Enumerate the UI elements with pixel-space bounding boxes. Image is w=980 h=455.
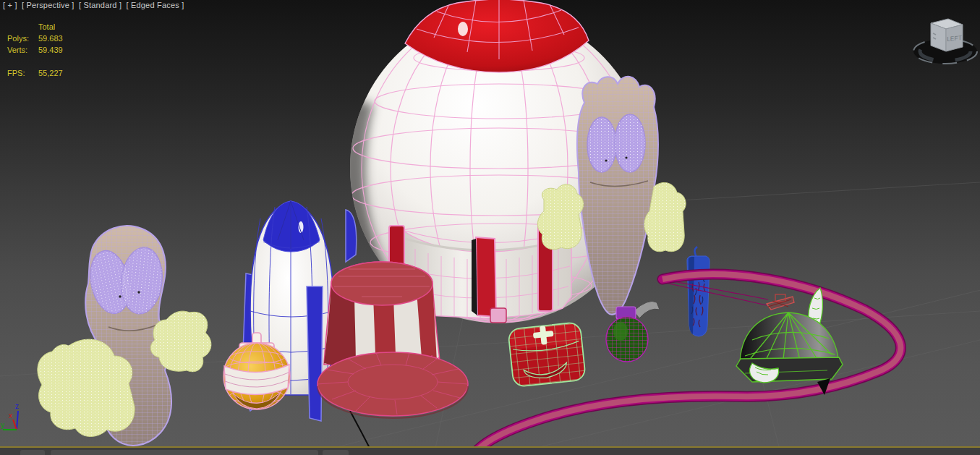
- viewcube[interactable]: LEFT: [911, 10, 979, 68]
- perspective-viewport[interactable]: [ + ] [ Perspective ] [ Standard ] [ Edg…: [0, 0, 980, 446]
- z-axis-line: [17, 411, 18, 430]
- y-axis-label: y: [1, 421, 4, 429]
- object-worm-character-left[interactable]: [38, 226, 211, 446]
- viewport-canvas[interactable]: [0, 0, 980, 446]
- stats-polys-value: 59.683: [38, 34, 63, 43]
- stats-fps-value: 55,227: [38, 69, 63, 77]
- viewcube-face-label[interactable]: LEFT: [947, 34, 962, 43]
- timeline-track[interactable]: [51, 450, 318, 455]
- viewport-menu-shading-mode[interactable]: [ Edged Faces ]: [126, 1, 184, 9]
- timeline-button[interactable]: [20, 450, 45, 455]
- viewport-menu-shading-quality[interactable]: [ Standard ]: [79, 1, 122, 9]
- stats-polys-label: Polys:: [7, 34, 29, 43]
- object-suitcase[interactable]: [508, 322, 586, 387]
- max-viewport-window: [ + ] [ Perspective ] [ Standard ] [ Edg…: [0, 0, 980, 455]
- x-axis-line: [13, 420, 17, 430]
- viewport-menu-pov[interactable]: [ Perspective ]: [22, 1, 74, 9]
- timeline-button[interactable]: [323, 450, 349, 455]
- x-axis-label: x: [9, 412, 12, 420]
- stats-verts-label: Verts:: [7, 46, 27, 54]
- z-axis-label: z: [15, 402, 19, 410]
- viewport-label: [ + ] [ Perspective ] [ Standard ] [ Edg…: [3, 1, 186, 9]
- object-pink-box[interactable]: [490, 308, 506, 323]
- stats-column-header: Total: [38, 22, 55, 31]
- world-axis-gizmo: z x y: [0, 396, 61, 444]
- stats-fps-label: FPS:: [7, 69, 25, 77]
- timeline-bar[interactable]: [0, 446, 980, 455]
- stats-verts-value: 59.439: [38, 46, 63, 54]
- viewport-menu-general[interactable]: [ + ]: [3, 1, 17, 9]
- object-red-wireframe-plane[interactable]: [767, 294, 794, 310]
